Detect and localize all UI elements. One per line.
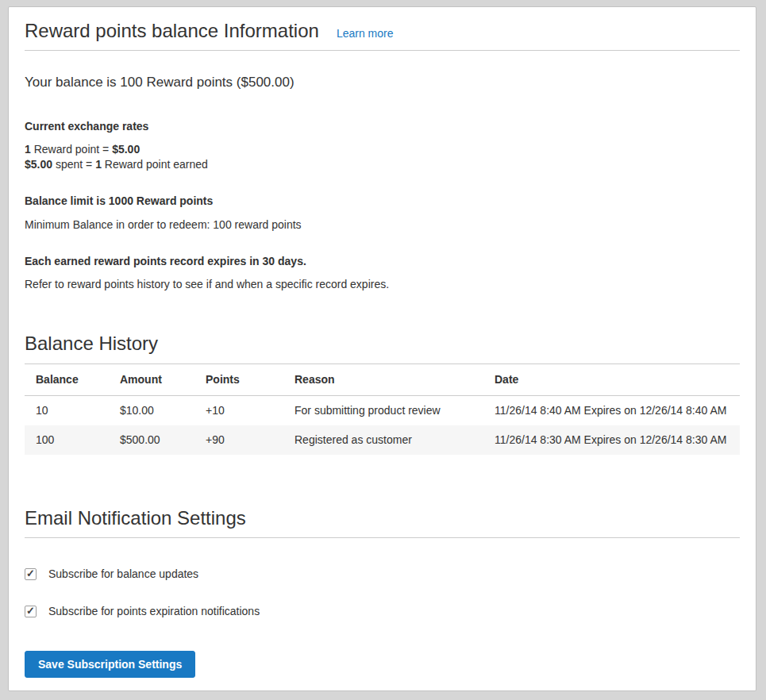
balance-updates-checkbox[interactable] bbox=[25, 568, 37, 580]
rate-currency-to-point: $5.00 spent = 1 Reward point earned bbox=[25, 157, 740, 172]
cell-points: +90 bbox=[194, 425, 283, 455]
table-row: 100 $500.00 +90 Registered as customer 1… bbox=[25, 425, 740, 455]
spend-equals-text: spent = bbox=[52, 158, 95, 171]
balance-history-table: Balance Amount Points Reason Date 10 $10… bbox=[25, 363, 740, 455]
exchange-rates-heading: Current exchange rates bbox=[25, 120, 740, 133]
balance-history-title: Balance History bbox=[25, 331, 740, 356]
min-balance-text: Minimum Balance in order to redeem: 100 … bbox=[25, 218, 740, 232]
balance-updates-label: Subscribe for balance updates bbox=[48, 567, 198, 580]
learn-more-link[interactable]: Learn more bbox=[337, 27, 394, 40]
cell-balance: 100 bbox=[25, 425, 109, 455]
table-header-row: Balance Amount Points Reason Date bbox=[25, 364, 740, 396]
balance-limit-text: Balance limit is 1000 Reward points bbox=[25, 194, 740, 208]
rate-points-value: 1 bbox=[25, 143, 31, 156]
rate-equals-text: Reward point = bbox=[31, 143, 112, 156]
expiration-note: Refer to reward points history to see if… bbox=[25, 278, 740, 291]
cell-points: +10 bbox=[194, 396, 283, 426]
column-header-balance: Balance bbox=[25, 364, 109, 396]
points-expiration-label: Subscribe for points expiration notifica… bbox=[48, 605, 260, 617]
save-subscription-settings-button[interactable]: Save Subscription Settings bbox=[25, 651, 195, 678]
cell-date: 11/26/14 8:30 AM Expires on 12/26/14 8:3… bbox=[483, 425, 740, 455]
reward-points-panel: Reward points balance Information Learn … bbox=[8, 6, 756, 691]
cell-reason: For submitting product review bbox=[283, 396, 483, 426]
expiration-notice: Each earned reward points record expires… bbox=[25, 255, 740, 268]
points-expiration-option: Subscribe for points expiration notifica… bbox=[25, 605, 740, 617]
points-expiration-checkbox[interactable] bbox=[25, 606, 37, 617]
cell-amount: $10.00 bbox=[109, 396, 194, 426]
page-title: Reward points balance Information bbox=[25, 18, 319, 44]
column-header-amount: Amount bbox=[109, 364, 194, 396]
rate-point-to-currency: 1 Reward point = $5.00 bbox=[25, 142, 740, 157]
email-notification-settings-title: Email Notification Settings bbox=[25, 506, 740, 531]
header-divider bbox=[25, 50, 740, 51]
cell-reason: Registered as customer bbox=[283, 425, 483, 455]
column-header-points: Points bbox=[194, 364, 283, 396]
column-header-reason: Reason bbox=[283, 364, 483, 396]
rate-currency-value: $5.00 bbox=[112, 143, 140, 156]
cell-amount: $500.00 bbox=[109, 425, 194, 455]
exchange-rates: 1 Reward point = $5.00 $5.00 spent = 1 R… bbox=[25, 142, 740, 172]
spend-currency-value: $5.00 bbox=[25, 158, 52, 171]
column-header-date: Date bbox=[483, 364, 740, 396]
notifications-divider bbox=[25, 537, 740, 538]
balance-summary: Your balance is 100 Reward points ($500.… bbox=[25, 75, 740, 90]
earned-points-value: 1 bbox=[95, 158, 102, 171]
table-row: 10 $10.00 +10 For submitting product rev… bbox=[25, 396, 740, 426]
page-header: Reward points balance Information Learn … bbox=[25, 18, 740, 44]
cell-balance: 10 bbox=[25, 396, 109, 426]
earned-suffix-text: Reward point earned bbox=[102, 158, 208, 171]
cell-date: 11/26/14 8:40 AM Expires on 12/26/14 8:4… bbox=[483, 396, 740, 426]
balance-updates-option: Subscribe for balance updates bbox=[25, 567, 740, 580]
